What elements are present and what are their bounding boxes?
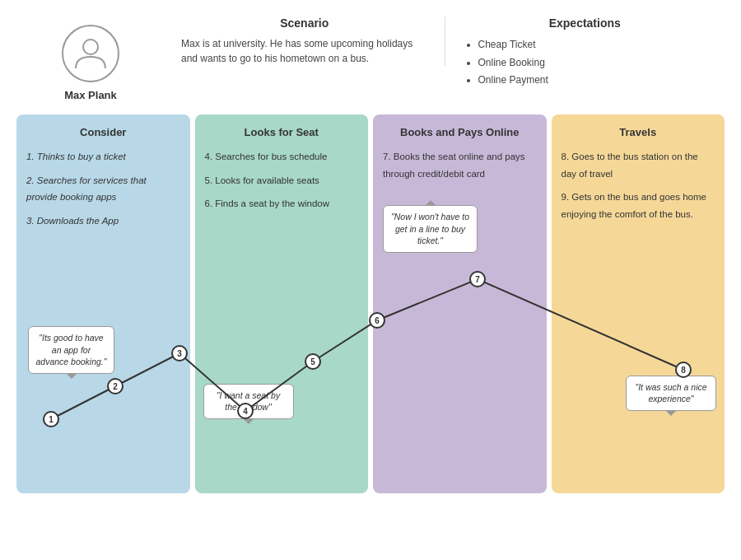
step-4: 4. Searches for bus schedule bbox=[205, 148, 359, 166]
lane-looks: Looks for Seat 4. Searches for bus sched… bbox=[195, 114, 369, 493]
bubble-consider: "Its good to have an app for advance boo… bbox=[28, 326, 114, 374]
scenario-title: Scenario bbox=[181, 16, 428, 30]
step-5: 5. Looks for available seats bbox=[205, 172, 359, 189]
step-8: 8. Goes to the bus station on the day of… bbox=[562, 148, 715, 182]
lane-looks-steps: 4. Searches for bus schedule 5. Looks fo… bbox=[205, 148, 359, 212]
step-7: 7. Books the seat online and pays throug… bbox=[383, 148, 537, 182]
step-9: 9. Gets on the bus and goes home enjoyin… bbox=[562, 189, 715, 222]
lane-travels: Travels 8. Goes to the bus station on th… bbox=[552, 114, 725, 493]
lane-looks-header: Looks for Seat bbox=[205, 126, 359, 138]
step-2: 2. Searches for services that provide bo… bbox=[26, 172, 180, 206]
journey-map: Consider 1. Thinks to buy a ticket 2. Se… bbox=[16, 114, 725, 493]
bubble-books: "Now I won't have to get in a line to bu… bbox=[383, 205, 478, 253]
bubble-looks: "I want a seat by the window" bbox=[203, 384, 294, 419]
expectation-item-3: Online Payment bbox=[478, 72, 709, 90]
scenario-section: Scenario Max is at university. He has so… bbox=[165, 16, 445, 66]
scenario-text: Max is at university. He has some upcomi… bbox=[181, 36, 428, 66]
lane-books-header: Books and Pays Online bbox=[383, 126, 537, 138]
persona-name: Max Plank bbox=[64, 89, 117, 101]
lane-travels-steps: 8. Goes to the bus station on the day of… bbox=[562, 148, 715, 223]
lane-books-steps: 7. Books the seat online and pays throug… bbox=[383, 148, 537, 182]
person-avatar-icon bbox=[72, 35, 109, 72]
expectations-section: Expectations Cheap Ticket Online Booking… bbox=[445, 16, 725, 90]
persona-section: Max Plank bbox=[16, 16, 165, 101]
expectation-item-1: Cheap Ticket bbox=[478, 36, 709, 54]
expectation-item-2: Online Booking bbox=[478, 54, 709, 72]
lane-consider-steps: 1. Thinks to buy a ticket 2. Searches fo… bbox=[26, 148, 180, 230]
avatar bbox=[62, 25, 119, 82]
lane-consider: Consider 1. Thinks to buy a ticket 2. Se… bbox=[16, 114, 190, 493]
lane-consider-header: Consider bbox=[26, 126, 180, 138]
bubble-travels: "It was such a nice experience" bbox=[626, 376, 716, 411]
expectations-list: Cheap Ticket Online Booking Online Payme… bbox=[462, 36, 709, 90]
lane-travels-header: Travels bbox=[562, 126, 715, 138]
lane-books: Books and Pays Online 7. Books the seat … bbox=[373, 114, 547, 493]
step-3: 3. Downloads the App bbox=[26, 212, 180, 230]
step-1: 1. Thinks to buy a ticket bbox=[26, 148, 180, 166]
step-6: 6. Finds a seat by the window bbox=[205, 195, 359, 212]
expectations-title: Expectations bbox=[462, 16, 709, 30]
svg-point-0 bbox=[83, 40, 98, 54]
